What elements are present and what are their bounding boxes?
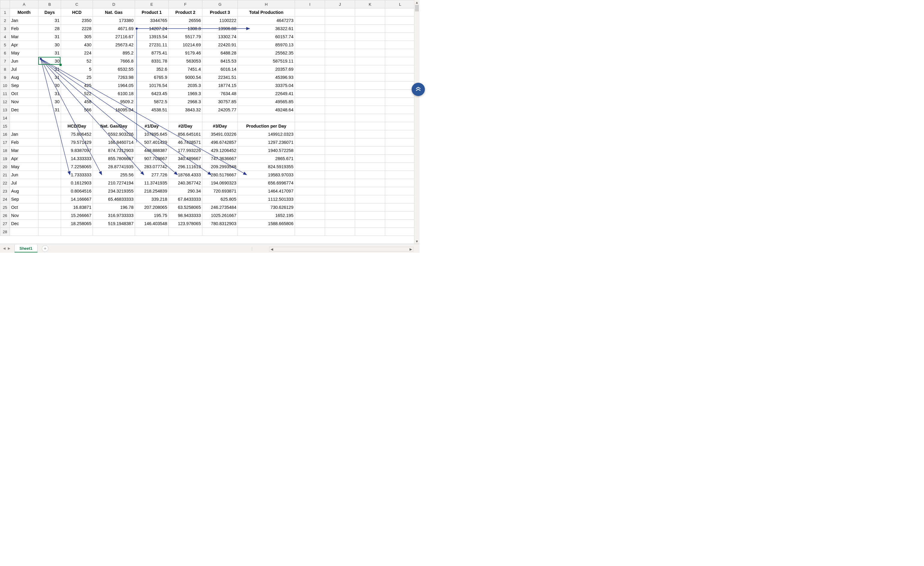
cell-F5[interactable]: 10214.69 — [169, 41, 202, 49]
cell-L9[interactable] — [385, 74, 415, 81]
row-header-12[interactable]: 12 — [0, 98, 10, 106]
cell-G17[interactable]: 496.6742857 — [202, 138, 238, 146]
cell-K12[interactable] — [355, 98, 385, 106]
cell-A27[interactable]: Dec — [10, 220, 39, 228]
cell-D18[interactable]: 874.7312903 — [93, 146, 135, 155]
cell-A24[interactable]: Sep — [10, 195, 39, 203]
column-header-A[interactable]: A — [10, 0, 39, 8]
cell-G21[interactable]: 280.5176667 — [202, 171, 238, 179]
cell-H8[interactable]: 20357.69 — [238, 65, 295, 74]
cell-L18[interactable] — [385, 146, 415, 155]
cell-D3[interactable]: 4671.69 — [93, 25, 135, 33]
cell-J24[interactable] — [325, 195, 355, 203]
cell-L6[interactable] — [385, 49, 415, 57]
cell-G28[interactable] — [202, 228, 238, 236]
cell-D7[interactable]: 7666.8 — [93, 57, 135, 65]
cell-G20[interactable]: 209.2993548 — [202, 163, 238, 171]
cell-E3[interactable]: 14207.24 — [135, 25, 169, 33]
cell-D17[interactable]: 166.8460714 — [93, 138, 135, 146]
scroll-up-icon[interactable]: ▲ — [414, 0, 420, 5]
cell-G18[interactable]: 429.1206452 — [202, 146, 238, 155]
cell-L3[interactable] — [385, 25, 415, 33]
cell-K13[interactable] — [355, 106, 385, 114]
cell-J2[interactable] — [325, 17, 355, 25]
cell-D22[interactable]: 210.7274194 — [93, 179, 135, 187]
cell-D24[interactable]: 65.46833333 — [93, 195, 135, 203]
cell-L1[interactable] — [385, 8, 415, 17]
cell-A15[interactable] — [10, 122, 39, 130]
cell-D6[interactable]: 895.2 — [93, 49, 135, 57]
cell-K17[interactable] — [355, 138, 385, 146]
cell-C5[interactable]: 430 — [61, 41, 93, 49]
scroll-right-icon[interactable]: ▶ — [408, 247, 413, 251]
cell-K5[interactable] — [355, 41, 385, 49]
cell-H9[interactable]: 45396.93 — [238, 74, 295, 81]
cell-A9[interactable]: Aug — [10, 74, 39, 81]
cell-G15[interactable]: #3/Day — [202, 122, 238, 130]
cell-J7[interactable] — [325, 57, 355, 65]
cell-H6[interactable]: 25562.35 — [238, 49, 295, 57]
cell-J3[interactable] — [325, 25, 355, 33]
cell-F22[interactable]: 240.367742 — [169, 179, 202, 187]
cell-H15[interactable]: Production per Day — [238, 122, 295, 130]
cell-F25[interactable]: 63.5258065 — [169, 203, 202, 212]
cell-B5[interactable]: 30 — [39, 41, 61, 49]
vertical-scrollbar[interactable]: ▲ ▼ — [414, 0, 420, 244]
cell-L7[interactable] — [385, 57, 415, 65]
cell-A3[interactable]: Feb — [10, 25, 39, 33]
column-header-B[interactable]: B — [39, 0, 61, 8]
cell-I17[interactable] — [295, 138, 325, 146]
row-header-8[interactable]: 8 — [0, 65, 10, 74]
cell-I18[interactable] — [295, 146, 325, 155]
cell-L10[interactable] — [385, 81, 415, 90]
cell-B4[interactable]: 31 — [39, 33, 61, 41]
cell-B25[interactable] — [39, 203, 61, 212]
row-header-5[interactable]: 5 — [0, 41, 10, 49]
cell-J5[interactable] — [325, 41, 355, 49]
cell-H16[interactable]: 149912.0323 — [238, 130, 295, 138]
cell-D10[interactable]: 1964.05 — [93, 81, 135, 90]
row-header-15[interactable]: 15 — [0, 122, 10, 130]
row-header-2[interactable]: 2 — [0, 17, 10, 25]
row-header-23[interactable]: 23 — [0, 187, 10, 195]
cell-E8[interactable]: 352.6 — [135, 65, 169, 74]
cell-K4[interactable] — [355, 33, 385, 41]
cell-F21[interactable]: 18768.4333 — [169, 171, 202, 179]
cell-F8[interactable]: 7451.4 — [169, 65, 202, 74]
cell-H10[interactable]: 33375.04 — [238, 81, 295, 90]
cell-L24[interactable] — [385, 195, 415, 203]
cell-H2[interactable]: 4647273 — [238, 17, 295, 25]
cell-K8[interactable] — [355, 65, 385, 74]
cell-B20[interactable] — [39, 163, 61, 171]
cell-L27[interactable] — [385, 220, 415, 228]
column-header-E[interactable]: E — [135, 0, 169, 8]
cell-E25[interactable]: 207.208065 — [135, 203, 169, 212]
column-header-J[interactable]: J — [325, 0, 355, 8]
row-header-14[interactable]: 14 — [0, 114, 10, 122]
cell-F17[interactable]: 46.7428571 — [169, 138, 202, 146]
column-header-I[interactable]: I — [295, 0, 325, 8]
cell-B22[interactable] — [39, 179, 61, 187]
cell-K19[interactable] — [355, 155, 385, 163]
cell-L5[interactable] — [385, 41, 415, 49]
cell-K23[interactable] — [355, 187, 385, 195]
cell-J14[interactable] — [325, 114, 355, 122]
cell-E9[interactable]: 6765.9 — [135, 74, 169, 81]
cell-K27[interactable] — [355, 220, 385, 228]
cell-K18[interactable] — [355, 146, 385, 155]
cell-F9[interactable]: 9000.54 — [169, 74, 202, 81]
cell-J18[interactable] — [325, 146, 355, 155]
cell-C9[interactable]: 25 — [61, 74, 93, 81]
row-header-16[interactable]: 16 — [0, 130, 10, 138]
cell-I6[interactable] — [295, 49, 325, 57]
cell-F23[interactable]: 290.34 — [169, 187, 202, 195]
cell-L16[interactable] — [385, 130, 415, 138]
cell-A16[interactable]: Jan — [10, 130, 39, 138]
cell-J13[interactable] — [325, 106, 355, 114]
cell-K7[interactable] — [355, 57, 385, 65]
cell-D11[interactable]: 6100.18 — [93, 90, 135, 98]
cell-H22[interactable]: 656.6996774 — [238, 179, 295, 187]
cell-H23[interactable]: 1464.417097 — [238, 187, 295, 195]
cell-E26[interactable]: 195.75 — [135, 212, 169, 220]
cell-B28[interactable] — [39, 228, 61, 236]
